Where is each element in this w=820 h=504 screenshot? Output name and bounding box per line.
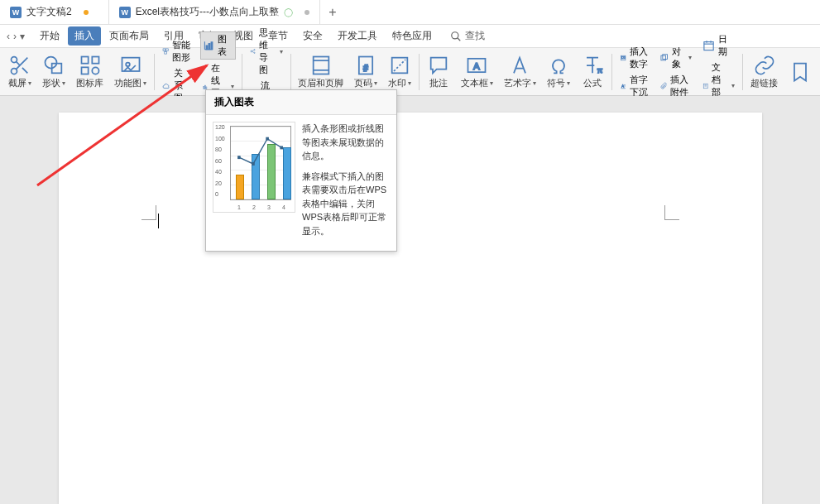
ribbon-separator — [154, 54, 155, 90]
ribbon-separator — [419, 54, 420, 90]
search-box[interactable]: 查找 — [450, 29, 485, 43]
svg-rect-61 — [280, 146, 283, 149]
yaxis: 120 100 80 60 40 20 0 — [215, 124, 225, 197]
shapes-icon — [42, 54, 65, 77]
svg-rect-51 — [704, 41, 713, 50]
menu-start[interactable]: 开始 — [33, 26, 66, 46]
page[interactable] — [59, 113, 762, 504]
svg-line-39 — [394, 60, 405, 71]
svg-rect-60 — [266, 137, 269, 141]
calendar-icon — [703, 39, 715, 52]
menu-special[interactable]: 特色应用 — [386, 26, 439, 46]
funcfig-icon — [119, 54, 142, 77]
xaxis: 1 2 3 4 — [232, 204, 291, 210]
shapes-button[interactable]: 形状▾ — [37, 48, 70, 95]
screenshot-button[interactable]: 截屏▾ — [3, 48, 36, 95]
svg-text:π: π — [597, 66, 603, 74]
formula-icon: π — [581, 54, 604, 77]
ribbon-separator — [611, 54, 612, 90]
svg-rect-22 — [211, 41, 213, 49]
nav-fwd-button[interactable]: › — [13, 31, 17, 42]
modified-indicator — [84, 10, 89, 15]
svg-line-6 — [16, 61, 20, 65]
modified-indicator — [305, 10, 309, 15]
tab-label: Excel表格技巧---小数点向上取整 — [136, 5, 279, 19]
tab-status-icon: ◯ — [284, 7, 293, 17]
svg-line-1 — [458, 37, 461, 41]
wordart-button[interactable]: 艺术字▾ — [499, 48, 541, 95]
search-placeholder: 查找 — [465, 29, 485, 43]
svg-point-27 — [254, 50, 255, 50]
nav-dropdown[interactable]: ▾ — [20, 31, 25, 42]
svg-rect-58 — [237, 156, 241, 159]
number-icon: 123 — [620, 51, 626, 65]
dropcap-button[interactable]: A 首字下沉 — [618, 73, 650, 99]
bookmark-icon — [789, 60, 812, 84]
comment-button[interactable]: 批注 — [422, 48, 455, 95]
chart-icon — [203, 39, 214, 52]
iconlib-icon — [79, 54, 102, 77]
new-tab-button[interactable]: + — [320, 5, 345, 20]
margin-corner-tr — [664, 205, 679, 220]
svg-point-28 — [254, 52, 255, 53]
funcfig-button[interactable]: 功能图▾ — [109, 48, 151, 95]
insertnum-button[interactable]: 123 插入数字 — [618, 45, 650, 71]
object-button[interactable]: 对象▾ — [658, 45, 693, 71]
svg-rect-11 — [81, 67, 88, 74]
watermark-button[interactable]: 水印▾ — [383, 48, 416, 95]
svg-rect-15 — [163, 49, 165, 51]
svg-rect-13 — [122, 58, 139, 71]
svg-rect-10 — [92, 57, 98, 64]
svg-rect-23 — [204, 86, 204, 89]
document-tab-2[interactable]: W Excel表格技巧---小数点向上取整 ◯ — [109, 0, 320, 24]
textbox-button[interactable]: A 文本框▾ — [456, 48, 498, 95]
svg-rect-16 — [165, 49, 168, 51]
mindmap-icon — [250, 45, 256, 58]
ribbon-separator — [242, 54, 242, 90]
docparts-icon — [703, 79, 708, 93]
symbol-button[interactable]: 符号▾ — [542, 48, 575, 95]
link-icon — [753, 54, 776, 77]
svg-rect-49 — [661, 55, 666, 60]
svg-point-0 — [452, 31, 458, 38]
menu-security[interactable]: 安全 — [296, 26, 329, 46]
chart-button[interactable]: 图表 — [200, 31, 237, 60]
menu-insert[interactable]: 插入 — [68, 26, 101, 46]
pagenum-button[interactable]: # 页码▾ — [349, 48, 382, 95]
svg-rect-9 — [81, 57, 88, 64]
object-icon — [659, 51, 669, 65]
svg-line-5 — [22, 68, 27, 73]
menu-devtools[interactable]: 开发工具 — [331, 26, 384, 46]
svg-rect-24 — [204, 85, 205, 89]
textbox-icon: A — [465, 54, 488, 77]
plot-area — [230, 126, 291, 200]
svg-point-14 — [126, 63, 130, 67]
svg-point-7 — [46, 57, 57, 69]
hyperlink-button[interactable]: 超链接 — [746, 48, 783, 95]
date-button[interactable]: 日期 — [701, 32, 737, 59]
svg-line-29 — [252, 50, 254, 50]
svg-line-30 — [252, 51, 254, 52]
iconlib-button[interactable]: 图标库 — [71, 48, 108, 95]
svg-text:A: A — [474, 60, 481, 71]
margin-corner-tl — [141, 205, 156, 220]
doc-icon: W — [10, 7, 22, 18]
smartfig-button[interactable]: 智能图形 — [161, 38, 193, 65]
menu-pagelayout[interactable]: 页面布局 — [103, 26, 156, 46]
formula-button[interactable]: π 公式 — [576, 48, 609, 95]
svg-point-12 — [92, 67, 98, 74]
pagenum-icon: # — [354, 54, 377, 77]
svg-point-3 — [12, 69, 17, 74]
more-button[interactable] — [784, 48, 817, 95]
mindmap-button[interactable]: 思维导图▾ — [248, 26, 285, 77]
attachment-button[interactable]: 插入附件 — [658, 73, 693, 99]
document-tab-1[interactable]: W 文字文稿2 — [0, 0, 109, 24]
paperclip-icon — [659, 79, 667, 93]
tooltip-title: 插入图表 — [206, 90, 396, 115]
nav-controls: ‹ › ▾ — [7, 31, 25, 42]
line-series — [231, 127, 290, 199]
nav-back-button[interactable]: ‹ — [7, 31, 10, 42]
svg-text:123: 123 — [621, 56, 625, 60]
ribbon: 截屏▾ 形状▾ 图标库 功能图▾ 智能图形 关系图 图表 在线图表▾ — [0, 48, 820, 96]
headerfooter-button[interactable]: 页眉和页脚 — [293, 48, 348, 95]
